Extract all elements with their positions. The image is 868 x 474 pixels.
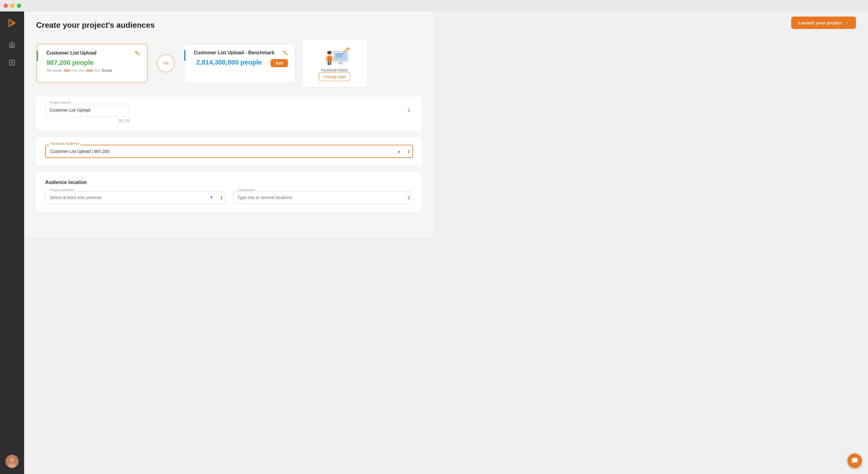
benchmark-card-title: Customer List Upload - Benchmark	[194, 50, 275, 56]
svg-rect-20	[336, 57, 343, 57]
size-bar: Too small Broad	[46, 68, 140, 73]
svg-rect-13	[326, 57, 328, 61]
benchmark-count: 2,814,300,000 people	[196, 59, 262, 66]
project-name-label: Project Name*	[49, 101, 73, 104]
logo-icon	[7, 18, 18, 28]
page-title: Create your project's audiences	[36, 21, 422, 30]
edit-icon[interactable]: ✏️	[135, 51, 140, 56]
audience-cards-row: Customer List Upload ✏️ 987,200 people T…	[36, 39, 422, 87]
sidebar-item-add[interactable]	[6, 57, 18, 69]
close-button[interactable]	[4, 4, 8, 8]
card-blue-indicator	[184, 50, 185, 61]
location-fields-row: Project universe ▼ ℹ Localization ℹ	[45, 191, 413, 204]
size-segments	[64, 69, 100, 72]
benchmark-title-row: Customer List Upload - Benchmark ✏️	[191, 50, 288, 56]
audience-card-primary: Customer List Upload ✏️ 987,200 people T…	[36, 44, 148, 83]
vs-indicator: VS	[157, 54, 175, 72]
card-title-row: Customer List Upload ✏️	[44, 50, 140, 56]
main-content: Create your project's audiences Launch y…	[24, 11, 434, 237]
maximize-button[interactable]	[17, 4, 21, 8]
project-name-input[interactable]	[45, 104, 130, 116]
facebook-audience-label: Facebook Audience	[49, 142, 81, 145]
project-universe-input[interactable]	[45, 191, 225, 204]
universe-info-icon: ℹ	[221, 195, 222, 201]
segment-2	[71, 69, 78, 72]
project-name-section: Project Name* ℹ 20 / 25	[36, 96, 422, 130]
facebook-audience-info-icon: ℹ	[408, 149, 410, 154]
segment-1	[64, 69, 70, 72]
change-type-button[interactable]: Change type	[319, 72, 350, 81]
svg-rect-22	[347, 48, 350, 50]
svg-rect-18	[336, 54, 344, 54]
segment-5	[94, 69, 100, 72]
facebook-audience-section: Facebook Audience Customer List Upload |…	[36, 138, 422, 165]
size-too-small-label: Too small	[46, 68, 62, 73]
svg-rect-19	[336, 55, 342, 56]
fb-import-svg	[321, 45, 351, 69]
select-arrow-icon: ▲	[397, 149, 401, 153]
svg-rect-14	[331, 57, 333, 61]
audience-location-title: Audience location	[45, 180, 413, 185]
project-universe-field: Project universe ▼ ℹ	[45, 191, 225, 204]
segment-3	[79, 69, 85, 72]
svg-rect-16	[330, 61, 331, 65]
audience-count: 987,200 people	[46, 59, 140, 67]
facebook-audience-field-group: Facebook Audience Customer List Upload |…	[45, 145, 413, 158]
logo[interactable]	[7, 18, 18, 30]
facebook-illustration	[321, 45, 348, 66]
svg-rect-21	[344, 50, 347, 53]
project-name-info-icon: ℹ	[408, 107, 410, 113]
svg-point-17	[327, 51, 332, 54]
localization-input[interactable]	[233, 191, 413, 204]
audience-location-section: Audience location Project universe ▼ ℹ L…	[36, 173, 422, 211]
card-green-indicator	[37, 50, 38, 61]
sidebar-item-home[interactable]	[6, 38, 18, 51]
benchmark-edit-icon[interactable]: ✏️	[283, 50, 288, 55]
project-name-char-count: 20 / 25	[45, 119, 130, 123]
facebook-import-card: Facebook import Change type	[301, 39, 368, 87]
localization-label: Localization	[236, 188, 256, 192]
benchmark-edit-button[interactable]: Edit	[271, 59, 288, 67]
svg-rect-12	[327, 56, 332, 61]
minimize-button[interactable]	[10, 4, 14, 8]
facebook-audience-select[interactable]: Customer List Upload | 987,200	[45, 145, 413, 158]
universe-dropdown-icon: ▼	[210, 196, 213, 200]
project-universe-label: Project universe	[49, 188, 75, 192]
sidebar	[0, 0, 24, 237]
svg-rect-15	[328, 61, 329, 65]
project-name-field-group: Project Name* ℹ	[45, 104, 413, 116]
segment-4	[86, 69, 93, 72]
traffic-lights	[4, 4, 21, 8]
svg-rect-10	[338, 63, 344, 64]
audience-card-title: Customer List Upload	[46, 50, 96, 56]
benchmark-card: Customer List Upload - Benchmark ✏️ 2,81…	[184, 44, 296, 83]
facebook-import-label: Facebook import	[319, 68, 350, 72]
titlebar	[0, 0, 434, 11]
localization-info-icon: ℹ	[408, 195, 410, 201]
size-broad-label: Broad	[102, 68, 112, 73]
localization-field: Localization ℹ	[233, 191, 413, 204]
svg-marker-0	[9, 19, 15, 27]
